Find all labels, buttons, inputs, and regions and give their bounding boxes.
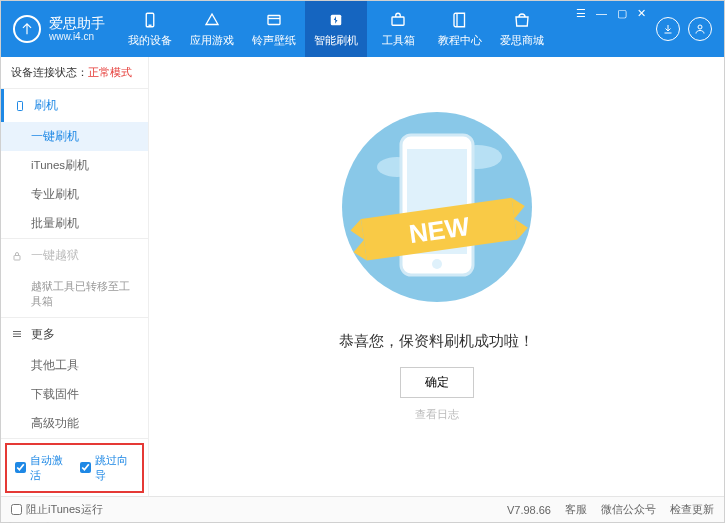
sidebar: 设备连接状态：正常模式 刷机 一键刷机 iTunes刷机 专业刷机 批量刷机 一… — [1, 57, 149, 496]
media-icon — [265, 11, 283, 29]
svg-point-19 — [432, 259, 442, 269]
svg-rect-8 — [18, 101, 23, 110]
footer: 阻止iTunes运行 V7.98.66 客服 微信公众号 检查更新 — [1, 496, 724, 522]
ok-button[interactable]: 确定 — [400, 367, 474, 398]
sidebar-item-download-fw[interactable]: 下载固件 — [31, 380, 148, 409]
nav-tutorials[interactable]: 教程中心 — [429, 1, 491, 57]
sidebar-item-itunes-flash[interactable]: iTunes刷机 — [31, 151, 148, 180]
nav-store[interactable]: 爱思商城 — [491, 1, 553, 57]
sidebar-section-flash[interactable]: 刷机 — [1, 89, 148, 122]
sidebar-section-more[interactable]: 更多 — [1, 318, 148, 351]
sidebar-item-batch-flash[interactable]: 批量刷机 — [31, 209, 148, 238]
brand: 爱思助手 www.i4.cn — [1, 15, 119, 44]
menu-icon[interactable]: ☰ — [576, 7, 586, 20]
app-window: 爱思助手 www.i4.cn 我的设备 应用游戏 铃声壁纸 智能刷机 — [0, 0, 725, 523]
sidebar-item-oneclick-flash[interactable]: 一键刷机 — [1, 122, 148, 151]
svg-rect-9 — [14, 255, 20, 260]
brand-url: www.i4.cn — [49, 31, 105, 43]
download-button[interactable] — [656, 17, 680, 41]
toolbox-icon — [389, 11, 407, 29]
top-bar: 爱思助手 www.i4.cn 我的设备 应用游戏 铃声壁纸 智能刷机 — [1, 1, 724, 57]
nav-toolbox[interactable]: 工具箱 — [367, 1, 429, 57]
sidebar-jailbreak-note: 越狱工具已转移至工具箱 — [31, 272, 148, 317]
lock-icon — [11, 250, 23, 262]
nav-smart-flash[interactable]: 智能刷机 — [305, 1, 367, 57]
support-link[interactable]: 客服 — [565, 502, 587, 517]
nav-tabs: 我的设备 应用游戏 铃声壁纸 智能刷机 工具箱 教程中心 — [119, 1, 553, 57]
phone-icon — [14, 100, 26, 112]
user-icon — [694, 23, 706, 35]
success-illustration-icon: NEW — [327, 107, 547, 317]
minimize-icon[interactable]: — — [596, 7, 607, 20]
view-log-link[interactable]: 查看日志 — [149, 407, 724, 422]
success-message: 恭喜您，保资料刷机成功啦！ — [149, 332, 724, 351]
content-area: NEW 恭喜您，保资料刷机成功啦！ 确定 查看日志 — [149, 57, 724, 496]
checkbox-skip-guide[interactable]: 跳过向导 — [80, 453, 135, 483]
nav-my-device[interactable]: 我的设备 — [119, 1, 181, 57]
window-controls: ☰ — ▢ ✕ — [576, 1, 656, 20]
svg-rect-2 — [268, 15, 280, 24]
version-label: V7.98.66 — [507, 504, 551, 516]
wechat-link[interactable]: 微信公众号 — [601, 502, 656, 517]
options-highlight-box: 自动激活 跳过向导 — [5, 443, 144, 493]
flash-icon — [327, 11, 345, 29]
update-link[interactable]: 检查更新 — [670, 502, 714, 517]
store-icon — [513, 11, 531, 29]
checkbox-block-itunes[interactable]: 阻止iTunes运行 — [11, 502, 103, 517]
apps-icon — [203, 11, 221, 29]
brand-logo-icon — [13, 15, 41, 43]
menu-lines-icon — [11, 328, 23, 340]
svg-point-7 — [698, 25, 702, 29]
maximize-icon[interactable]: ▢ — [617, 7, 627, 20]
body: 设备连接状态：正常模式 刷机 一键刷机 iTunes刷机 专业刷机 批量刷机 一… — [1, 57, 724, 496]
sidebar-item-other-tools[interactable]: 其他工具 — [31, 351, 148, 380]
checkbox-auto-activate[interactable]: 自动激活 — [15, 453, 70, 483]
topbar-right: ☰ — ▢ ✕ — [576, 1, 724, 57]
connection-status: 设备连接状态：正常模式 — [1, 57, 148, 89]
sidebar-item-advanced[interactable]: 高级功能 — [31, 409, 148, 438]
sidebar-item-pro-flash[interactable]: 专业刷机 — [31, 180, 148, 209]
download-icon — [662, 23, 674, 35]
book-icon — [451, 11, 469, 29]
sidebar-section-jailbreak: 一键越狱 — [1, 239, 148, 272]
svg-rect-5 — [392, 17, 404, 25]
close-icon[interactable]: ✕ — [637, 7, 646, 20]
device-icon — [141, 11, 159, 29]
nav-apps-games[interactable]: 应用游戏 — [181, 1, 243, 57]
brand-title: 爱思助手 — [49, 15, 105, 32]
user-button[interactable] — [688, 17, 712, 41]
nav-ringtones[interactable]: 铃声壁纸 — [243, 1, 305, 57]
